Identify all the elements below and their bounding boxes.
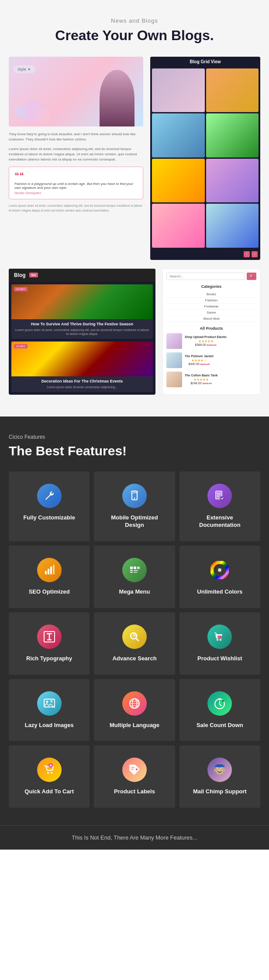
blog-list-card: Blog list 22 MAY How To Survive And Thri… [9,269,155,395]
grid-thumb-6[interactable] [206,159,259,202]
feature-mega-menu: Mega Menu [94,546,175,608]
feature-seo-optimized: SEO Optimized [9,546,90,608]
product-thumb-1 [166,333,182,349]
blog-extra-text: Lorem ipsum dolor sit amet, consectetur … [9,204,143,213]
grid-thumb-7[interactable] [152,204,205,247]
search-button[interactable]: 🔍 [247,273,256,280]
category-about-bob[interactable]: About Bob [166,316,256,322]
feature-name-colors: Unlimited Colors [197,588,242,596]
product-stars-2: ★★★★☆ [185,359,214,362]
feature-product-wishlist: Product Wishlist [179,612,260,675]
article-1-desc: Lorem ipsum dolor sit amet, consectetur … [15,328,149,337]
categories-title: Categories [166,284,256,289]
feature-extensive-docs: Extensive Documentation [179,471,260,541]
search-icon [122,625,147,649]
category-books[interactable]: Books [166,291,256,297]
wishlist-icon [207,625,232,649]
blog-left-column: Style ✦ They know they're going to look … [9,57,143,260]
blog-section-label: News and Blogs [9,17,260,24]
menu-icon [122,558,147,582]
features-grid: Fully Customizable Mobile Optimized Desi… [9,471,260,808]
features-section-title: The Best Features! [9,444,260,458]
sidebar-product-1[interactable]: Shop Upload Product Elastic ★★★★★ $388.0… [166,333,256,349]
product-price-2: $300.00 $329.00 [185,362,214,365]
feature-name-mailchimp: Mail Chimp Support [193,788,247,796]
grid-thumb-1[interactable] [152,68,205,112]
svg-point-24 [46,700,48,703]
blog-card-nav: ‹ › [150,249,260,260]
grid-thumb-5[interactable] [152,159,205,202]
feature-name-language: Multiple Language [110,722,159,729]
product-thumb-3 [166,372,182,387]
svg-point-42 [214,769,217,772]
svg-rect-5 [48,569,49,574]
feature-name-lazy-load: Lazy Load Images [25,722,74,729]
sidebar-search: 🔍 [166,273,256,280]
prev-button[interactable]: ‹ [244,251,250,257]
svg-point-41 [214,765,225,768]
blog-article-2[interactable]: 22 MAY Decoration Ideas For The Christma… [11,341,153,392]
grid-thumb-4[interactable] [206,113,259,157]
category-saree[interactable]: Saree [166,310,256,316]
all-products-title: All Products [166,326,256,331]
image-icon [37,691,62,716]
product-price-1: $388.00 $399.00 [185,343,227,346]
sidebar-categories: Categories Books Fashion Footwear Saree … [166,284,256,322]
product-name-2: The Pullover Jacket [185,355,214,358]
blog-list-section: Blog list 22 MAY How To Survive And Thri… [9,269,260,395]
next-button[interactable]: › [252,251,258,257]
svg-point-34 [217,769,223,774]
blog-right-column: Blog Grid View ‹ › [150,57,260,260]
feature-sale-countdown: Sale Count Down [179,679,260,741]
feature-lazy-load: Lazy Load Images [9,679,90,741]
svg-rect-11 [130,570,133,571]
sidebar-product-2[interactable]: The Pullover Jacket ★★★★☆ $300.00 $329.0… [166,352,256,368]
svg-point-43 [223,769,225,772]
blog-article-1[interactable]: 22 MAY How To Survive And Thrive During … [11,284,153,339]
svg-rect-8 [130,567,133,569]
category-footwear[interactable]: Footwear [166,304,256,310]
document-icon [207,484,232,508]
product-stars-1: ★★★★★ [185,339,227,343]
blog-list-header: Blog list [9,269,155,282]
blog-quote-box: ❝❝ Fashion is a playground up until a ce… [9,167,143,199]
features-section: Cicico Features The Best Features! Fully… [0,417,269,825]
feature-name-labels: Product Labels [114,788,155,796]
svg-point-1 [134,498,135,499]
feature-name-wishlist: Product Wishlist [197,655,242,662]
blog-section-title: Create Your Own Blogs. [9,27,260,44]
svg-point-29 [47,772,49,774]
sidebar-product-3[interactable]: The Cotton Basic Tank ★★★★★ $248.00 $265… [166,372,256,387]
blog-sidebar-card: 🔍 Categories Books Fashion Footwear Sare… [162,269,260,395]
feature-name-seo: SEO Optimized [29,588,70,596]
wrench-blue-icon [37,484,62,508]
product-info-1: Shop Upload Product Elastic ★★★★★ $388.0… [185,335,227,346]
grid-thumb-8[interactable] [206,204,259,247]
feature-unlimited-colors: Unlimited Colors [179,546,260,608]
article-2-image: 22 MAY [11,341,153,376]
svg-point-37 [218,768,219,769]
svg-point-38 [221,768,222,769]
blog-list-title: Blog [14,272,26,278]
article-2-title: Decoration Ideas For The Christmas Event… [15,379,149,383]
feature-name-mobile: Mobile Optimized Design [101,514,168,529]
quote-mark: ❝❝ [14,171,138,180]
feature-mobile-optimized: Mobile Optimized Design [94,471,175,541]
svg-rect-4 [45,571,47,574]
search-input[interactable] [166,273,245,280]
countdown-icon [207,691,232,716]
grid-thumb-3[interactable] [152,113,205,157]
quote-text: Fashion is a playground up until a certa… [14,182,138,190]
product-old-price-3: $265.00 [202,382,212,385]
label-icon [122,758,147,782]
svg-rect-14 [134,572,137,573]
grid-thumb-2[interactable] [206,68,259,112]
product-info-2: The Pullover Jacket ★★★★☆ $300.00 $329.0… [185,355,214,365]
svg-rect-9 [134,567,136,569]
blog-grid-inner [150,67,260,249]
svg-rect-12 [130,572,133,573]
mobile-icon [122,484,147,508]
figure-woman [100,70,134,126]
category-fashion[interactable]: Fashion [166,297,256,304]
color-wheel-icon [207,558,232,582]
